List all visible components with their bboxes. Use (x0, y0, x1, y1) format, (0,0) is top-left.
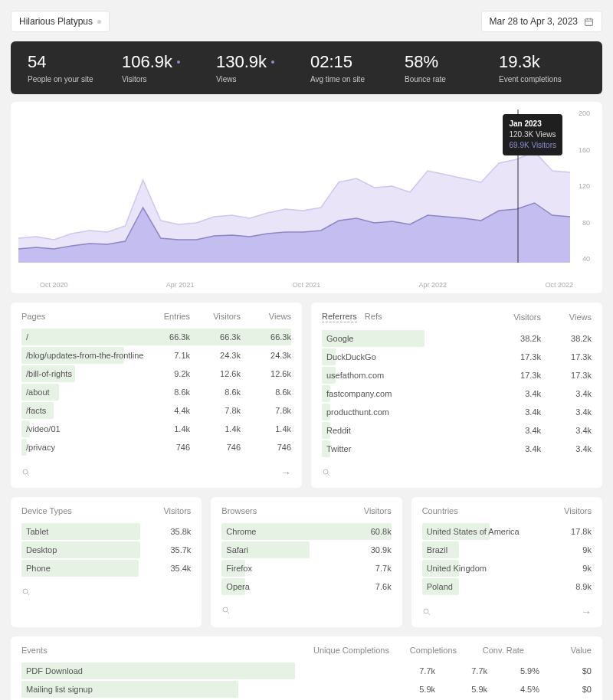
arrow-right-icon[interactable]: → (581, 606, 592, 618)
kpi-events[interactable]: 19.3k Event completions (499, 52, 585, 83)
list-item[interactable]: Poland8.9k (422, 578, 592, 595)
kpi-visitors[interactable]: 106.9k Visitors (122, 52, 208, 83)
search-icon[interactable] (322, 468, 331, 477)
svg-point-7 (323, 469, 328, 474)
kpi-bar: 54 People on your site 106.9k Visitors 1… (11, 41, 602, 94)
list-item[interactable]: Opera7.6k (221, 578, 391, 595)
list-item[interactable]: Firefox7.7k (221, 560, 391, 577)
pages-panel: Pages EntriesVisitorsViews /66.3k66.3k66… (11, 303, 302, 488)
calendar-icon (584, 17, 594, 27)
chart-tooltip: Jan 2023 120.3K Views 69.9K Visitors (503, 114, 562, 155)
list-item[interactable]: United Kingdom9k (422, 560, 592, 577)
referrers-panel: Referrers Refs VisitorsViews Google38.2k… (311, 303, 602, 488)
list-item[interactable]: /video/011.4k1.4k1.4k (21, 420, 291, 437)
list-item[interactable]: DuckDuckGo17.3k17.3k (322, 348, 592, 365)
list-item[interactable]: United States of America17.8k (422, 523, 592, 540)
tab-referrers[interactable]: Referrers (322, 312, 357, 322)
list-item[interactable]: /66.3k66.3k66.3k (21, 329, 291, 345)
svg-point-9 (23, 589, 28, 594)
svg-line-14 (428, 613, 430, 616)
search-icon[interactable] (21, 587, 31, 597)
svg-line-10 (28, 594, 30, 596)
svg-rect-0 (585, 18, 593, 25)
svg-point-5 (23, 469, 28, 474)
events-panel: Events Unique CompletionsCompletionsConv… (11, 636, 602, 700)
panel-title: Events (21, 646, 48, 655)
panel-title: Browsers (221, 506, 257, 515)
list-item[interactable]: /privacy746746746 (21, 439, 291, 456)
list-item[interactable]: producthunt.com3.4k3.4k (322, 404, 592, 420)
list-item[interactable]: Desktop35.7k (21, 541, 191, 558)
date-range-picker[interactable]: Mar 28 to Apr 3, 2023 (481, 11, 602, 32)
devices-panel: Device Types Visitors Tablet35.8kDesktop… (11, 497, 202, 627)
list-item[interactable]: Mailing list signup5.9k5.9k4.5%$0 (21, 681, 592, 698)
list-item[interactable]: /facts4.4k7.8k7.8k (21, 402, 291, 419)
arrow-right-icon[interactable]: → (280, 466, 291, 479)
main-chart-card: 2001601208040 Jan 2023 120.3K Views 69.9… (11, 102, 602, 293)
search-icon[interactable] (21, 468, 31, 477)
list-item[interactable]: Reddit3.4k3.4k (322, 422, 592, 439)
search-icon[interactable] (422, 607, 431, 617)
list-item[interactable]: fastcompany.com3.4k3.4k (322, 385, 592, 402)
date-range-text: Mar 28 to Apr 3, 2023 (490, 16, 578, 27)
status-dot-icon (97, 20, 101, 24)
countries-panel: Countries Visitors United States of Amer… (411, 497, 602, 627)
site-selector[interactable]: Hilarious Platypus (11, 11, 110, 32)
browsers-panel: Browsers Visitors Chrome60.8kSafari30.9k… (211, 497, 402, 627)
svg-point-11 (223, 607, 228, 612)
list-item[interactable]: /about8.6k8.6k8.6k (21, 384, 291, 401)
search-icon[interactable] (221, 606, 231, 615)
svg-line-8 (328, 474, 330, 476)
list-item[interactable]: /blog/updates-from-the-frontline7.1k24.3… (21, 347, 291, 364)
kpi-bounce[interactable]: 58% Bounce rate (405, 52, 491, 83)
site-name: Hilarious Platypus (19, 16, 93, 27)
chart-x-axis: Oct 2020Apr 2021Oct 2021Apr 2022Oct 2022 (18, 278, 595, 289)
tab-refs[interactable]: Refs (365, 312, 382, 322)
kpi-people[interactable]: 54 People on your site (28, 52, 114, 83)
list-item[interactable]: Phone35.4k (21, 560, 191, 577)
svg-point-13 (424, 609, 428, 613)
list-item[interactable]: Twitter3.4k3.4k (322, 440, 592, 457)
list-item[interactable]: usefathom.com17.3k17.3k (322, 367, 592, 384)
list-item[interactable]: Safari30.9k (221, 541, 391, 558)
svg-line-12 (228, 612, 230, 614)
list-item[interactable]: /bill-of-rights9.2k12.6k12.6k (21, 365, 291, 382)
dot-icon (177, 61, 180, 64)
kpi-avg-time[interactable]: 02:15 Avg time on site (310, 52, 397, 83)
traffic-chart[interactable] (18, 110, 570, 263)
list-item[interactable]: Google38.2k38.2k (322, 330, 592, 347)
list-item[interactable]: Brazil9k (422, 541, 592, 558)
dot-icon (271, 61, 274, 64)
panel-title: Device Types (21, 506, 72, 515)
svg-line-6 (28, 474, 30, 476)
panel-title: Countries (422, 506, 458, 515)
list-item[interactable]: Tablet35.8k (21, 523, 191, 540)
kpi-views[interactable]: 130.9k Views (216, 52, 303, 83)
list-item[interactable]: PDF Download7.7k7.7k5.9%$0 (21, 662, 592, 679)
top-bar: Hilarious Platypus Mar 28 to Apr 3, 2023 (11, 11, 602, 32)
chart-y-axis: 2001601208040 (579, 110, 590, 263)
panel-title: Pages (21, 312, 45, 321)
list-item[interactable]: Chrome60.8k (221, 523, 391, 540)
